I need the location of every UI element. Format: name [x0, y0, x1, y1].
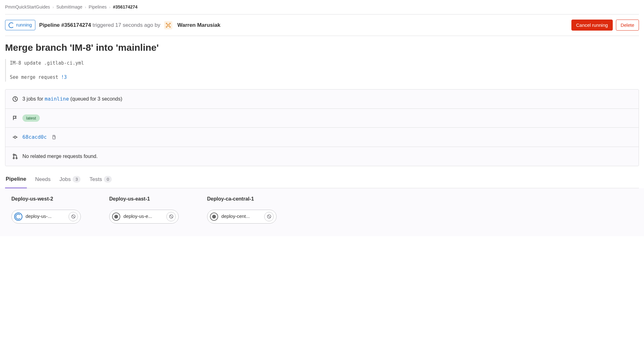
pipeline-tabs: Pipeline Needs Jobs 3 Tests 0 — [5, 166, 639, 188]
branch-link[interactable]: mainline — [45, 96, 69, 102]
svg-rect-0 — [166, 23, 167, 24]
stage-title: Deploy-us-east-1 — [109, 195, 179, 203]
stage-column: Deploy-us-east-1 deploy-us-e... — [109, 195, 179, 224]
pipeline-trigger-text: Pipeline #356174274 triggered 17 seconds… — [39, 21, 160, 29]
chevron-right-icon: › — [109, 4, 110, 10]
tab-jobs[interactable]: Jobs 3 — [59, 175, 81, 188]
chevron-right-icon: › — [52, 4, 54, 10]
commit-title: Merge branch 'IM-8' into 'mainline' — [5, 36, 639, 59]
breadcrumb: PmmQuickStartGuides › SubmitImage › Pipe… — [5, 0, 639, 14]
commit-description: IM-8 update .gitlab-ci.yml See merge req… — [5, 59, 639, 82]
identicon-icon — [165, 22, 172, 29]
delete-button[interactable]: Delete — [616, 20, 639, 31]
avatar[interactable] — [164, 21, 172, 29]
commit-sha-row: 68cacd0c — [5, 128, 639, 147]
svg-rect-4 — [169, 26, 170, 27]
merge-request-link[interactable]: !3 — [61, 74, 67, 80]
svg-rect-1 — [169, 23, 170, 24]
clock-icon — [12, 96, 18, 102]
cancel-job-button[interactable] — [264, 212, 274, 221]
svg-point-7 — [14, 136, 16, 138]
status-manual-icon — [112, 213, 120, 221]
flags-row: latest — [5, 109, 639, 128]
pipeline-info-box: 3 jobs for mainline (queued for 3 second… — [5, 89, 639, 166]
chevron-right-icon: › — [85, 4, 86, 10]
breadcrumb-current: #356174274 — [113, 4, 138, 10]
pipeline-graph: Deploy-us-west-2 deploy-us-... Deploy-us… — [0, 188, 644, 236]
tab-needs[interactable]: Needs — [34, 175, 51, 188]
cancel-job-button[interactable] — [166, 212, 176, 221]
breadcrumb-item[interactable]: SubmitImage — [56, 4, 82, 10]
cancel-job-button[interactable] — [69, 212, 78, 221]
merge-request-icon — [12, 154, 18, 159]
spinner-icon — [9, 22, 14, 28]
svg-point-10 — [13, 158, 14, 159]
cancel-running-button[interactable]: Cancel running — [571, 20, 613, 31]
stage-title: Deploy-ca-central-1 — [207, 195, 277, 203]
svg-rect-3 — [166, 26, 167, 27]
stage-column: Deploy-ca-central-1 deploy-cent... — [207, 195, 277, 224]
job-name: deploy-us-e... — [123, 213, 163, 220]
status-manual-icon — [210, 213, 218, 221]
breadcrumb-item[interactable]: Pipelines — [89, 4, 107, 10]
status-badge-running[interactable]: running — [5, 20, 35, 30]
status-running-icon — [14, 213, 22, 221]
tab-tests[interactable]: Tests 0 — [89, 175, 112, 188]
related-mr-row: No related merge requests found. — [5, 147, 639, 166]
job-name: deploy-us-... — [26, 213, 65, 220]
copy-icon[interactable] — [51, 135, 56, 140]
related-mr-text: No related merge requests found. — [22, 153, 98, 160]
breadcrumb-item[interactable]: PmmQuickStartGuides — [5, 4, 50, 10]
trigger-user[interactable]: Warren Marusiak — [177, 21, 220, 29]
commit-icon — [12, 134, 18, 140]
svg-rect-5 — [168, 25, 169, 26]
stage-column: Deploy-us-west-2 deploy-us-... — [11, 195, 81, 224]
status-label: running — [16, 21, 32, 29]
svg-point-9 — [13, 154, 14, 155]
svg-point-11 — [16, 158, 17, 159]
jobs-count-badge: 3 — [73, 176, 80, 183]
commit-sha-link[interactable]: 68cacd0c — [22, 133, 47, 141]
tests-count-badge: 0 — [104, 176, 112, 183]
stage-title: Deploy-us-west-2 — [11, 195, 81, 203]
job-pill[interactable]: deploy-us-... — [11, 210, 81, 224]
job-pill[interactable]: deploy-cent... — [207, 210, 277, 224]
job-pill[interactable]: deploy-us-e... — [109, 210, 179, 224]
tab-pipeline[interactable]: Pipeline — [5, 175, 27, 188]
latest-badge: latest — [22, 114, 40, 122]
flag-icon — [12, 115, 18, 121]
jobs-summary-row: 3 jobs for mainline (queued for 3 second… — [5, 90, 639, 109]
pipeline-header: running Pipeline #356174274 triggered 17… — [5, 15, 639, 36]
job-name: deploy-cent... — [221, 213, 261, 220]
